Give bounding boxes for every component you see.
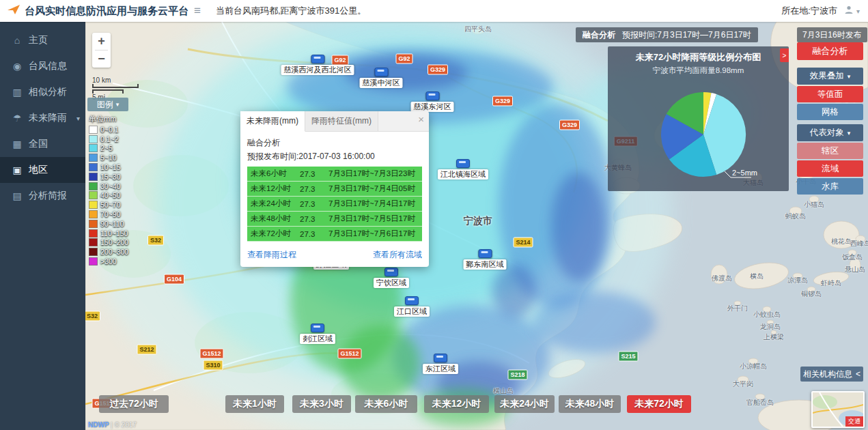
layer-group-header-1[interactable]: 代表对象▾ xyxy=(797,124,863,141)
popup-link-1[interactable]: 查看所有流域 xyxy=(373,249,422,261)
sidebar-item-analysis-brief[interactable]: ▤分析简报 xyxy=(0,183,85,209)
close-icon[interactable]: × xyxy=(418,114,424,124)
legend-range-label: 10~15 xyxy=(100,163,121,171)
legend-item: >300 xyxy=(89,257,128,266)
legend-swatch xyxy=(89,182,98,190)
sidebar-item-region[interactable]: ▣地区 xyxy=(0,157,85,183)
popup-tab-0[interactable]: 未来降雨(mm) xyxy=(240,111,305,132)
map-copyright: NDWP | © 2017 xyxy=(88,421,137,429)
station-marker[interactable]: 鄞东南区域 xyxy=(464,249,507,270)
typhoon-status-text: 当前台风南玛都,距离宁波市391公里。 xyxy=(216,5,366,17)
legend-item: 0.1~2 xyxy=(89,134,128,144)
station-marker[interactable]: 剡江区域 xyxy=(300,324,335,344)
legend-items: 0~0.10.1~22~55~1010~1515~3030~4040~5050~… xyxy=(89,125,128,266)
app-logo-icon xyxy=(7,4,20,18)
basin-label: 江北镇海区域 xyxy=(438,169,488,180)
legend-item: 150~200 xyxy=(89,238,128,248)
legend-item: 5~10 xyxy=(89,153,128,162)
water-station-icon xyxy=(434,354,447,362)
basin-label: 慈溪东河区 xyxy=(411,102,454,112)
scale-km-line xyxy=(92,84,139,88)
legend-toggle[interactable]: 图例 ▾ xyxy=(87,98,128,111)
region-map-icon: ▣ xyxy=(11,164,23,175)
forecast-value: 27.3 xyxy=(300,170,328,178)
layer-control-column: 融合分析效果叠加▾等值面网格代表对象▾辖区流域水库 xyxy=(797,42,863,195)
station-marker[interactable]: 江北镇海区域 xyxy=(438,159,488,180)
menu-icon[interactable]: ≡ xyxy=(194,4,201,18)
rain-icon: ☂ xyxy=(11,113,23,124)
rain-level-pie-panel: 未来72小时降雨等级比例分布图 宁波市平均面雨量8.98mm > 2~5mm xyxy=(608,46,789,191)
legend-range-label: 110~150 xyxy=(100,229,128,238)
legend-swatch xyxy=(89,126,98,134)
sidebar-item-typhoon-info[interactable]: ◉台风信息 xyxy=(0,53,85,79)
top-header: 台风实时信息防汛应用与服务云平台 ≡ 当前台风南玛都,距离宁波市391公里。 所… xyxy=(0,0,868,22)
pie-chart: 2~5mm xyxy=(608,76,789,185)
sidebar-item-label: 分析简报 xyxy=(29,190,67,202)
rain-forecast-row: 未来6小时27.37月3日17时~7月3日23时 xyxy=(247,167,422,182)
layer-button[interactable]: 辖区 xyxy=(797,143,863,159)
zoom-out-button[interactable]: − xyxy=(92,51,111,68)
basin-label: 江口区域 xyxy=(394,306,430,317)
station-marker[interactable]: 慈溪西河及西北河区 xyxy=(281,55,354,75)
layer-group-header-0[interactable]: 效果叠加▾ xyxy=(797,68,863,85)
location-label[interactable]: 所在地:宁波市 xyxy=(781,5,837,17)
forecast-period: 未来6小时 xyxy=(251,169,300,179)
layer-group-label: 代表对象 xyxy=(810,127,844,139)
sidebar-item-national[interactable]: ▦全国 xyxy=(0,131,85,157)
legend-item: 0~0.1 xyxy=(89,125,128,134)
panel-collapse-button[interactable]: > xyxy=(780,48,789,62)
forecast-period: 未来24小时 xyxy=(251,199,300,209)
basin-label: 鄞东南区域 xyxy=(464,259,507,270)
station-marker[interactable]: 宁饮区域 xyxy=(374,268,409,288)
fusion-analysis-button[interactable]: 融合分析 xyxy=(797,42,863,60)
time-button[interactable]: 未来24小时 xyxy=(494,395,555,413)
popup-link-0[interactable]: 查看降雨过程 xyxy=(247,249,296,261)
legend-range-label: 0.1~2 xyxy=(100,135,119,143)
station-marker[interactable]: 慈溪东河区 xyxy=(411,91,454,112)
time-button[interactable]: 过去72小时 xyxy=(99,395,169,413)
popup-tab-1[interactable]: 降雨特征值(mm) xyxy=(305,111,378,131)
legend-swatch xyxy=(89,163,98,171)
rain-forecast-row: 未来12小时27.37月3日17时~7月4日05时 xyxy=(247,182,422,197)
forecast-range: 7月3日17时~7月4日17时 xyxy=(328,199,419,209)
station-marker[interactable]: 慈溪中河区 xyxy=(360,68,403,88)
user-icon[interactable] xyxy=(844,5,854,17)
popup-publish-time: 预报发布时间:2017-07-03 16:00:00 xyxy=(247,151,422,162)
sidebar-item-label: 主页 xyxy=(29,34,48,46)
time-button[interactable]: 未来12小时 xyxy=(424,395,489,413)
legend-swatch xyxy=(89,191,98,199)
water-station-icon xyxy=(384,268,398,276)
basin-label: 宁饮区域 xyxy=(374,278,409,288)
sidebar-item-home[interactable]: ⌂主页 xyxy=(0,27,85,53)
layer-button[interactable]: 水库 xyxy=(797,178,863,195)
chevron-left-icon: < xyxy=(856,369,860,379)
chevron-down-icon[interactable]: ▾ xyxy=(856,8,860,15)
layer-button[interactable]: 等值面 xyxy=(797,86,863,102)
forecast-value: 27.3 xyxy=(300,215,328,223)
report-icon: ▤ xyxy=(11,190,23,201)
sidebar-item-similar-analysis[interactable]: ▥相似分析 xyxy=(0,79,85,105)
water-station-icon xyxy=(456,159,470,168)
station-marker[interactable]: 东江区域 xyxy=(423,354,458,374)
legend-item: 30~40 xyxy=(89,182,128,191)
app-root: 台风实时信息防汛应用与服务云平台 ≡ 当前台风南玛都,距离宁波市391公里。 所… xyxy=(0,0,868,430)
time-button[interactable]: 未来3小时 xyxy=(292,395,351,413)
forecast-table: 未来6小时27.37月3日17时~7月3日23时未来12小时27.37月3日17… xyxy=(247,167,422,242)
copyright-brand: NDWP xyxy=(88,421,109,429)
legend-swatch xyxy=(89,210,98,218)
forecast-range: 7月3日17时~7月4日05时 xyxy=(328,184,419,194)
time-button[interactable]: 未来1小时 xyxy=(225,395,284,413)
forecast-source-label: 融合分析 xyxy=(583,29,615,41)
rain-forecast-row: 未来72小时27.37月3日17时~7月6日17时 xyxy=(247,227,422,242)
map-viewport[interactable]: 四平头岛里锚岛金塘岛大黄蜂岛大猫岛小干岛小猫岛蚂蚁岛桃花岛西峰岛饭盒岛悬山岛佛渡… xyxy=(85,22,868,430)
time-button[interactable]: 未来48小时 xyxy=(559,395,621,413)
time-button[interactable]: 未来72小时 xyxy=(627,395,691,413)
layer-group-label: 效果叠加 xyxy=(810,70,844,82)
time-button[interactable]: 未来6小时 xyxy=(355,395,417,413)
zoom-in-button[interactable]: + xyxy=(92,33,111,50)
layer-button[interactable]: 网格 xyxy=(797,104,863,120)
station-marker[interactable]: 江口区域 xyxy=(394,296,430,317)
sidebar-item-future-rain[interactable]: ☂未来降雨▾ xyxy=(0,105,85,131)
layer-button[interactable]: 流域 xyxy=(797,160,863,177)
institution-info-button[interactable]: 相关机构信息 < xyxy=(800,367,863,382)
